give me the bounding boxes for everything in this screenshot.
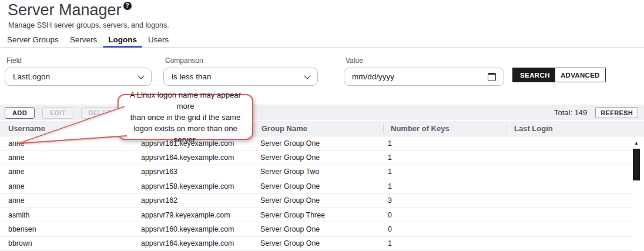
scroll-up-button[interactable]: ▲ [633,139,640,146]
cell-number-of-keys: 1 [383,139,507,148]
toolbar-right: Total: 149 REFRESH [554,107,639,118]
chevron-down-icon [137,72,144,79]
cell-number-of-keys: 3 [383,196,507,205]
value-date-input[interactable]: mm/dd/yyyy [344,68,504,86]
cell-server: appsrvr79.keyexample.com [135,211,254,219]
table-header: Username Group Name Number of Keys Last … [0,121,644,136]
grid-toolbar: ADD EDIT DELETE Total: 149 REFRESH [0,105,644,120]
cell-group-name: Server Group One [254,239,383,247]
scrollbar-track[interactable]: ▲ [632,137,641,251]
column-header-number-of-keys[interactable]: Number of Keys [383,123,507,133]
callout-note: A Linux logon name may appear more than … [118,94,253,140]
table-row[interactable]: bbensen appsrvr160.keyexample.com Server… [0,222,632,236]
value-filter: Value mm/dd/yyyy [344,56,504,86]
cell-username: anne [0,182,135,190]
cell-username: anne [0,168,135,176]
cell-server: appsrvr164.keyexample.com [135,239,254,247]
column-header-group-name[interactable]: Group Name [254,123,383,133]
cell-username: anne [0,139,135,148]
cell-server: appsrvr162 [135,196,254,205]
cell-username: bbensen [0,225,135,233]
tab-servers[interactable]: Servers [70,33,98,47]
column-header-username[interactable]: Username [0,123,135,133]
cell-number-of-keys: 1 [383,153,507,162]
table-row[interactable]: bbrown appsrvr164.keyexample.com Server … [0,237,632,251]
cell-group-name: Server Group One [254,225,383,233]
cell-server: appsrvr163 [135,168,254,176]
server-manager-page: Server Manager? Manage SSH server groups… [0,0,644,251]
table-row[interactable]: anne appsrvr158.keyexample.com Server Gr… [0,179,632,193]
cell-number-of-keys: 1 [383,239,507,247]
value-label: Value [346,56,504,65]
cell-server: appsrvr160.keyexample.com [135,225,254,233]
comparison-select[interactable]: is less than [163,68,318,86]
comparison-select-value: is less than [172,72,212,81]
table-row[interactable]: anne appsrvr162 Server Group One 3 [0,194,632,208]
cell-group-name: Server Group Three [254,211,383,219]
page-subtitle: Manage SSH server groups, servers, and l… [8,21,169,29]
cell-number-of-keys: 0 [383,225,507,233]
help-icon[interactable]: ? [123,2,132,10]
total-count: Total: 149 [554,108,587,117]
refresh-button[interactable]: REFRESH [595,107,638,118]
cell-username: anne [0,153,135,162]
tab-server-groups[interactable]: Server Groups [7,33,59,47]
column-header-last-login[interactable]: Last Login [507,123,644,133]
scrollbar-thumb[interactable] [633,149,640,180]
tab-logons[interactable]: Logons [108,33,137,47]
date-placeholder: mm/dd/yyyy [352,72,394,81]
table-row[interactable]: asmith appsrvr79.keyexample.com Server G… [0,208,632,222]
cell-number-of-keys: 1 [383,182,507,190]
field-label: Field [6,56,152,65]
add-button[interactable]: ADD [5,107,35,119]
cell-group-name: Server Group One [254,182,383,190]
field-filter: Field LastLogon [5,56,152,86]
page-title: Server Manager? [8,1,132,19]
tab-bar: Server Groups Servers Logons Users [0,33,644,48]
page-title-text: Server Manager [8,1,122,19]
cell-group-name: Server Group Two [254,168,383,176]
search-button[interactable]: SEARCH [512,68,558,82]
delete-button[interactable]: DELETE [81,107,123,119]
cell-number-of-keys: 1 [383,168,507,176]
field-select-value: LastLogon [13,72,50,81]
tab-users[interactable]: Users [148,33,169,47]
cell-username: bbrown [0,239,135,247]
cell-group-name: Server Group One [254,139,383,148]
advanced-button[interactable]: ADVANCED [555,68,606,82]
comparison-filter: Comparison is less than [163,56,318,86]
cell-username: asmith [0,211,135,219]
cell-server: appsrvr158.keyexample.com [135,182,254,190]
comparison-label: Comparison [165,56,318,65]
table-row[interactable]: anne appsrvr161.keyexample.com Server Gr… [0,136,632,150]
edit-button[interactable]: EDIT [42,107,73,119]
cell-username: anne [0,196,135,205]
cell-group-name: Server Group One [254,196,383,205]
table-body: anne appsrvr161.keyexample.com Server Gr… [0,136,632,251]
table-row[interactable]: anne appsrvr163 Server Group Two 1 [0,165,632,179]
cell-number-of-keys: 0 [383,211,507,219]
cell-group-name: Server Group One [254,153,383,162]
table-row[interactable]: anne appsrvr164.keyexample.com Server Gr… [0,150,632,165]
cell-server: appsrvr164.keyexample.com [135,153,254,162]
field-select[interactable]: LastLogon [5,68,152,86]
calendar-icon[interactable] [488,73,496,81]
chevron-down-icon [304,72,310,79]
